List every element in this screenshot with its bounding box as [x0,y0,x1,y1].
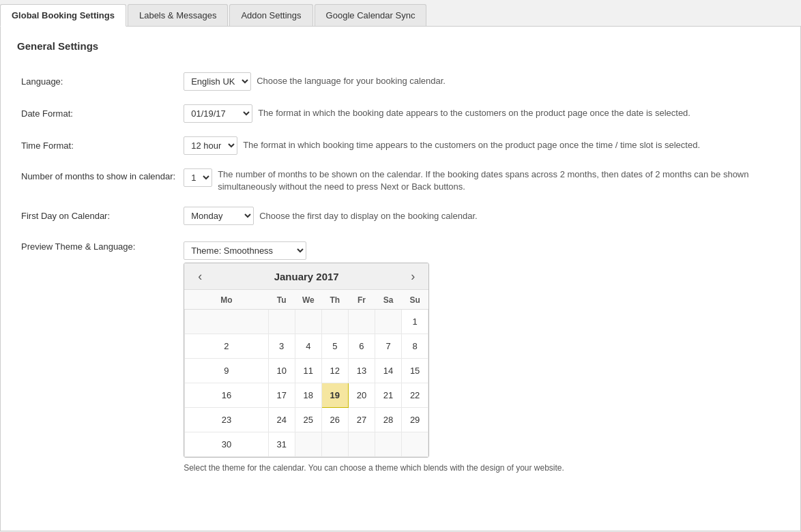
cal-day[interactable]: 4 [295,334,321,359]
cal-day[interactable]: 19 [321,383,348,408]
cal-day [268,310,295,334]
cal-day[interactable]: 16 [185,383,268,408]
cal-header-su: Su [402,290,428,310]
section-title: General Settings [17,40,784,52]
time-format-label: Time Format: [21,141,74,151]
cal-day[interactable]: 21 [375,383,401,408]
cal-day[interactable]: 2 [185,334,268,359]
months-to-show-row: Number of months to show in calendar: 1 … [17,162,784,200]
cal-day[interactable]: 29 [402,408,428,432]
tab-global-booking[interactable]: Global Booking Settings [0,4,126,27]
cal-day [375,310,401,334]
cal-day[interactable]: 18 [295,383,321,408]
cal-day[interactable]: 20 [348,383,375,408]
tab-labels-messages[interactable]: Labels & Messages [128,4,228,26]
cal-day [321,310,348,334]
cal-day[interactable]: 9 [185,359,268,383]
cal-week-6: 3031 [185,432,428,457]
cal-day [321,432,348,457]
date-format-select[interactable]: 01/19/17 19/01/17 2017-01-19 [184,104,252,123]
cal-day[interactable]: 8 [402,334,428,359]
cal-day-headers: Mo Tu We Th Fr Sa Su [185,290,428,310]
cal-day[interactable]: 26 [321,408,348,432]
cal-day[interactable]: 14 [375,359,401,383]
cal-header: ‹ January 2017 › [184,263,428,290]
cal-week-4: 16171819202122 [185,383,428,408]
months-label: Number of months to show in calendar: [21,171,175,181]
cal-week-2: 2345678 [185,334,428,359]
preview-theme-label: Preview Theme & Language: [21,241,135,252]
cal-day[interactable]: 13 [348,359,375,383]
language-select[interactable]: English UK English US French German Span… [184,72,251,91]
cal-day[interactable]: 12 [321,359,348,383]
months-select[interactable]: 1 2 3 [184,168,212,187]
tab-google-calendar[interactable]: Google Calendar Sync [315,4,427,26]
cal-header-we: We [295,290,321,310]
calendar-wrapper: Theme: Smoothness Theme: Base Theme: Dar… [184,241,780,473]
time-format-help: The format in which booking time appears… [243,139,700,151]
calendar-container: ‹ January 2017 › Mo Tu We [184,263,429,458]
cal-day[interactable]: 31 [268,432,295,457]
cal-day[interactable]: 10 [268,359,295,383]
cal-day[interactable]: 11 [295,359,321,383]
cal-header-fr: Fr [348,290,375,310]
date-format-row: Date Format: 01/19/17 19/01/17 2017-01-1… [17,98,784,130]
cal-prev-button[interactable]: ‹ [194,270,206,282]
cal-day[interactable]: 15 [402,359,428,383]
cal-header-th: Th [321,290,348,310]
cal-week-5: 23242526272829 [185,408,428,432]
cal-day[interactable]: 5 [321,334,348,359]
first-day-select[interactable]: Monday Tuesday Wednesday Thursday Friday… [184,207,254,225]
tab-addon-settings[interactable]: Addon Settings [229,4,312,26]
cal-month-year: January 2017 [274,271,339,282]
cal-day[interactable]: 7 [375,334,401,359]
cal-day [402,432,428,457]
time-format-row: Time Format: 12 hour 24 hour The format … [17,130,784,162]
cal-day[interactable]: 23 [185,408,268,432]
cal-next-button[interactable]: › [407,270,419,282]
first-day-row: First Day on Calendar: Monday Tuesday We… [17,200,784,232]
first-day-field-row: Monday Tuesday Wednesday Thursday Friday… [184,207,780,225]
content-area: General Settings Language: English UK En… [0,27,801,531]
cal-day [295,310,321,334]
preview-note: Select the theme for the calendar. You c… [184,463,620,473]
first-day-label: First Day on Calendar: [21,211,110,221]
cal-header-mo: Mo [185,290,268,310]
cal-day[interactable]: 1 [402,310,428,334]
date-format-field-row: 01/19/17 19/01/17 2017-01-19 The format … [184,104,780,123]
preview-theme-row: Preview Theme & Language: Theme: Smoothn… [17,232,784,479]
cal-day[interactable]: 28 [375,408,401,432]
cal-day[interactable]: 6 [348,334,375,359]
cal-day [185,310,268,334]
language-field-row: English UK English US French German Span… [184,72,780,91]
cal-header-sa: Sa [375,290,401,310]
date-format-help: The format in which the booking date app… [258,107,690,119]
language-row: Language: English UK English US French G… [17,65,784,98]
cal-day [348,432,375,457]
theme-select[interactable]: Theme: Smoothness Theme: Base Theme: Dar… [184,241,306,260]
cal-day[interactable]: 24 [268,408,295,432]
cal-day[interactable]: 27 [348,408,375,432]
date-format-label: Date Format: [21,108,73,119]
cal-day[interactable]: 3 [268,334,295,359]
theme-select-wrap: Theme: Smoothness Theme: Base Theme: Dar… [184,241,780,260]
cal-header-tu: Tu [268,290,295,310]
cal-day[interactable]: 25 [295,408,321,432]
time-format-field-row: 12 hour 24 hour The format in which book… [184,136,780,155]
cal-grid: Mo Tu We Th Fr Sa Su [184,290,428,457]
cal-day[interactable]: 30 [185,432,268,457]
cal-week-1: 1 [185,310,428,334]
cal-day [295,432,321,457]
cal-day [375,432,401,457]
settings-table: Language: English UK English US French G… [17,65,784,479]
time-format-select[interactable]: 12 hour 24 hour [184,136,237,155]
months-field-row: 1 2 3 The number of months to be shown o… [184,168,780,193]
cal-day[interactable]: 17 [268,383,295,408]
months-help: The number of months to be shown on the … [218,168,777,193]
cal-week-3: 9101112131415 [185,359,428,383]
cal-day[interactable]: 22 [402,383,428,408]
language-help: Choose the language for your booking cal… [257,75,446,87]
language-label: Language: [21,76,63,87]
cal-day [348,310,375,334]
tabs-bar: Global Booking Settings Labels & Message… [0,0,801,27]
